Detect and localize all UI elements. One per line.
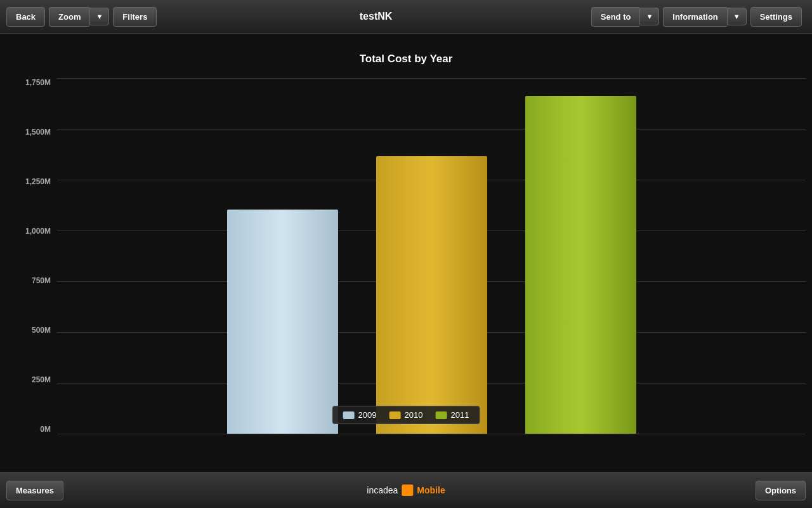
legend-color-2009	[343, 411, 355, 419]
back-button-group: Back	[6, 7, 45, 27]
back-button[interactable]: Back	[6, 7, 45, 27]
information-button-group: Information ▼	[663, 7, 746, 27]
send-to-button[interactable]: Send to	[591, 7, 640, 27]
y-axis: 1,750M 1,500M 1,250M 1,000M 750M 500M 25…	[0, 78, 57, 434]
y-label-500: 500M	[6, 326, 51, 335]
bar-wrapper-2010	[376, 78, 487, 434]
legend-item-2010: 2010	[390, 410, 423, 420]
zoom-button-group: Zoom ▼	[49, 7, 109, 27]
settings-button[interactable]: Settings	[750, 7, 802, 27]
filters-button-group: Filters	[113, 7, 157, 27]
send-to-dropdown-button[interactable]: ▼	[639, 8, 659, 25]
chart-area: Total Cost by Year 1,750M 1,500M 1,250M …	[0, 34, 812, 472]
bar-2009[interactable]	[227, 210, 338, 434]
y-label-1500: 1,500M	[6, 128, 51, 137]
chart-inner	[57, 78, 806, 434]
bars-container	[57, 78, 806, 434]
bar-2011[interactable]	[525, 96, 636, 434]
bar-2010[interactable]	[376, 156, 487, 434]
zoom-dropdown-button[interactable]: ▼	[89, 8, 109, 25]
toolbar-title-text: testNK	[360, 11, 393, 22]
logo-icon	[402, 485, 413, 496]
legend-label-2011: 2011	[450, 410, 469, 420]
y-label-1000: 1,000M	[6, 227, 51, 236]
legend-color-2011	[435, 411, 447, 419]
chart-legend: 2009 2010 2011	[332, 406, 480, 424]
bottom-bar: Measures incadea Mobile Options	[0, 472, 812, 508]
information-button[interactable]: Information	[663, 7, 727, 27]
y-label-250: 250M	[6, 375, 51, 384]
legend-item-2009: 2009	[343, 410, 377, 420]
legend-label-2009: 2009	[358, 410, 377, 420]
y-label-750: 750M	[6, 276, 51, 285]
chevron-down-icon: ▼	[646, 13, 653, 20]
y-label-1250: 1,250M	[6, 177, 51, 186]
options-button[interactable]: Options	[756, 481, 806, 500]
chevron-down-icon: ▼	[733, 13, 740, 20]
y-label-0: 0M	[6, 425, 51, 434]
legend-item-2011: 2011	[435, 410, 469, 420]
bar-wrapper-2009	[227, 78, 338, 434]
settings-button-group: Settings	[750, 7, 802, 27]
logo-incadea-text: incadea	[367, 485, 398, 495]
legend-color-2010	[390, 411, 401, 419]
grid-line-8	[57, 434, 806, 434]
legend-label-2010: 2010	[405, 410, 423, 420]
zoom-button[interactable]: Zoom	[49, 7, 89, 27]
chart-container: 1,750M 1,500M 1,250M 1,000M 750M 500M 25…	[0, 78, 812, 434]
logo-mobile-text: Mobile	[417, 485, 445, 495]
chevron-down-icon: ▼	[96, 13, 103, 20]
measures-button[interactable]: Measures	[6, 481, 63, 500]
y-label-1750: 1,750M	[6, 78, 51, 87]
toolbar: Back Zoom ▼ Filters testNK Send to ▼ Inf…	[0, 0, 812, 34]
chart-title: Total Cost by Year	[0, 46, 812, 65]
information-dropdown-button[interactable]: ▼	[727, 8, 747, 25]
bottom-logo: incadea Mobile	[367, 485, 445, 496]
bar-wrapper-2011	[525, 78, 636, 434]
send-to-button-group: Send to ▼	[591, 7, 660, 27]
filters-button[interactable]: Filters	[113, 7, 157, 27]
chart-title-header: testNK	[160, 11, 591, 22]
